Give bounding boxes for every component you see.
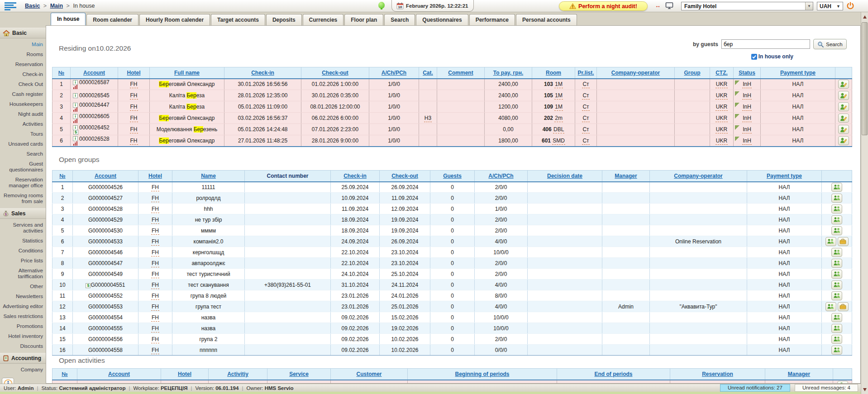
- cell-account[interactable]: i0000026447: [71, 101, 118, 113]
- column-header-account[interactable]: Account: [73, 171, 138, 182]
- hotel-code-link[interactable]: FH: [151, 260, 159, 267]
- sidebar-item-sales-restrictions[interactable]: Sales restrictions: [0, 312, 46, 322]
- cell-account[interactable]: G0000004533: [73, 236, 138, 247]
- open-group-button[interactable]: [831, 335, 842, 344]
- tab-hourly-room-calender[interactable]: Hourly Room calender: [139, 14, 210, 25]
- stats-icon[interactable]: [73, 107, 77, 112]
- cell-account[interactable]: $G0000004551: [73, 280, 138, 290]
- scroll-up-icon[interactable]: [863, 15, 867, 19]
- column-header-name[interactable]: Name: [172, 171, 245, 182]
- sidebar-item-check-out[interactable]: Check Out: [0, 80, 46, 90]
- room-type-link[interactable]: 2m: [554, 115, 563, 122]
- tab-performance[interactable]: Performance: [469, 14, 515, 25]
- price-list-link[interactable]: Ст: [582, 104, 589, 111]
- currency-select[interactable]: UAH ▼: [817, 2, 843, 10]
- price-list-link[interactable]: Ст: [582, 126, 589, 133]
- price-list-link[interactable]: Ст: [582, 115, 589, 122]
- column-header-account[interactable]: Account: [77, 369, 161, 380]
- tab-in-house[interactable]: In house: [51, 13, 86, 25]
- tab-questionnaires[interactable]: Questionnaires: [416, 14, 468, 25]
- cell-account[interactable]: i0000026452$: [71, 124, 118, 135]
- column-header-cat[interactable]: Cat.: [419, 67, 437, 79]
- status-link[interactable]: InH: [742, 104, 752, 111]
- open-group-button[interactable]: [831, 194, 842, 203]
- column-header-hotel[interactable]: Hotel: [161, 369, 209, 380]
- hotel-code-link[interactable]: FH: [151, 336, 159, 343]
- sidebar-item-reservation[interactable]: Reservation: [0, 60, 46, 70]
- dollar-icon[interactable]: $: [86, 283, 91, 288]
- open-group-row-10[interactable]: 10$G0000004551FHтест сканування+380(93)2…: [52, 280, 852, 290]
- citizenship-link[interactable]: UKR: [715, 81, 728, 88]
- open-group-row-8[interactable]: 8G0000004547FHавпароолджє22.10.202423.10…: [52, 258, 852, 269]
- price-list-link[interactable]: Ст: [582, 138, 589, 145]
- tab-room-calender[interactable]: Room calender: [86, 14, 138, 25]
- citizenship-link[interactable]: UKR: [715, 115, 728, 122]
- open-group-row-11[interactable]: 11G0000004552FHгрупа 8 людей23.01.202624…: [52, 290, 852, 301]
- sidebar-item-alternative-tariffication[interactable]: Alternative tariffication: [0, 266, 46, 282]
- power-icon[interactable]: [846, 2, 854, 10]
- tab-deposits[interactable]: Deposits: [266, 14, 302, 25]
- checkbox-checked-icon[interactable]: [751, 54, 757, 60]
- window-scrollbar[interactable]: [861, 12, 868, 394]
- sidebar-item-removing-rooms-from-sale[interactable]: Removing rooms from sale: [0, 191, 46, 207]
- hotel-code-link[interactable]: FH: [151, 293, 159, 300]
- column-header-hotel[interactable]: Hotel: [138, 171, 172, 182]
- cell-account[interactable]: G0000004530: [73, 225, 138, 236]
- sidebar-item-check-in[interactable]: Check-in: [0, 70, 46, 80]
- cell-account[interactable]: G0000004555: [73, 323, 138, 334]
- open-group-button[interactable]: [831, 270, 842, 279]
- stats-icon[interactable]: [73, 119, 77, 123]
- edit-guest-button[interactable]: [838, 80, 849, 89]
- dollar-icon[interactable]: $: [73, 130, 78, 135]
- cell-account[interactable]: G0000004526: [73, 182, 138, 193]
- hotel-code-link[interactable]: FH: [151, 184, 159, 191]
- room-type-link[interactable]: 1M: [554, 104, 563, 111]
- scrollbar-thumb[interactable]: [862, 22, 868, 135]
- cell-account[interactable]: G0000004553: [73, 301, 138, 312]
- account-info-icon[interactable]: i: [73, 136, 78, 141]
- open-group-row-1[interactable]: 1G0000004526FH1111125.09.202426.09.20240…: [52, 182, 852, 193]
- account-info-icon[interactable]: i: [73, 103, 78, 108]
- citizenship-link[interactable]: UKR: [715, 138, 728, 145]
- in-house-only-toggle[interactable]: In house only: [751, 53, 793, 60]
- swap-arrows-icon[interactable]: ↔: [655, 2, 661, 9]
- sidebar-item-discounts[interactable]: Discounts: [0, 342, 46, 351]
- sidebar-item-advertising-editor[interactable]: Advertising editor: [0, 302, 46, 312]
- sidebar-item-search[interactable]: Search: [0, 149, 46, 159]
- room-type-link[interactable]: DBL: [553, 126, 564, 133]
- column-header-activitiy[interactable]: Activitiy: [209, 369, 267, 380]
- account-info-icon[interactable]: i: [73, 93, 78, 98]
- sidebar-item-reservation-manager-office[interactable]: Reservation manager office: [0, 175, 46, 191]
- hotel-code-link[interactable]: FH: [151, 217, 159, 224]
- residing-row-3[interactable]: 3i0000026447FHКаліта Береза05.01.2026 11…: [52, 101, 852, 113]
- column-header-status[interactable]: Status: [734, 67, 761, 79]
- hotel-code-link[interactable]: FH: [130, 115, 138, 122]
- citizenship-link[interactable]: UKR: [715, 92, 728, 100]
- sidebar-item-housekeepers[interactable]: Housekeepers: [0, 100, 46, 109]
- unread-messages-badge[interactable]: Unread messages: 4: [795, 384, 858, 392]
- room-type-link[interactable]: SMD: [552, 138, 565, 145]
- column-header-room[interactable]: Room: [532, 67, 575, 79]
- workstation-icon[interactable]: [665, 2, 673, 9]
- cell-account[interactable]: i0000026545: [71, 90, 118, 101]
- account-info-icon[interactable]: i: [73, 114, 78, 119]
- column-header-reservation[interactable]: Reservation: [670, 369, 765, 380]
- unread-notifications-badge[interactable]: Unread notifications: 27: [720, 384, 790, 392]
- column-header-comment[interactable]: Comment: [437, 67, 485, 79]
- guest-search-input[interactable]: [721, 39, 810, 49]
- cell-account[interactable]: i0000026605: [71, 113, 118, 124]
- column-header-payment-type[interactable]: Payment type: [747, 171, 822, 182]
- open-group-row-15[interactable]: 15G0000004556FHгрупа 209.02.202610.02.20…: [52, 334, 852, 345]
- hotel-code-link[interactable]: FH: [130, 126, 138, 133]
- column-header-blank[interactable]: №: [52, 369, 77, 380]
- cell-account[interactable]: G0000004529: [73, 214, 138, 225]
- citizenship-link[interactable]: UKR: [715, 126, 728, 133]
- sidebar-item-hotel-inventory[interactable]: Hotel inventory: [0, 332, 46, 342]
- column-header-check-out[interactable]: Check-out: [380, 171, 430, 182]
- open-group-row-7[interactable]: 7G0000004546FHкернголшщд22.10.202423.10.…: [52, 247, 852, 258]
- hotel-code-link[interactable]: FH: [151, 228, 159, 235]
- sidebar-item-promotions[interactable]: Promotions: [0, 322, 46, 332]
- scroll-down-icon[interactable]: [863, 388, 867, 391]
- column-header-beginning-of-periods[interactable]: Beginning of periods: [408, 369, 557, 380]
- hotel-code-link[interactable]: FH: [151, 206, 159, 213]
